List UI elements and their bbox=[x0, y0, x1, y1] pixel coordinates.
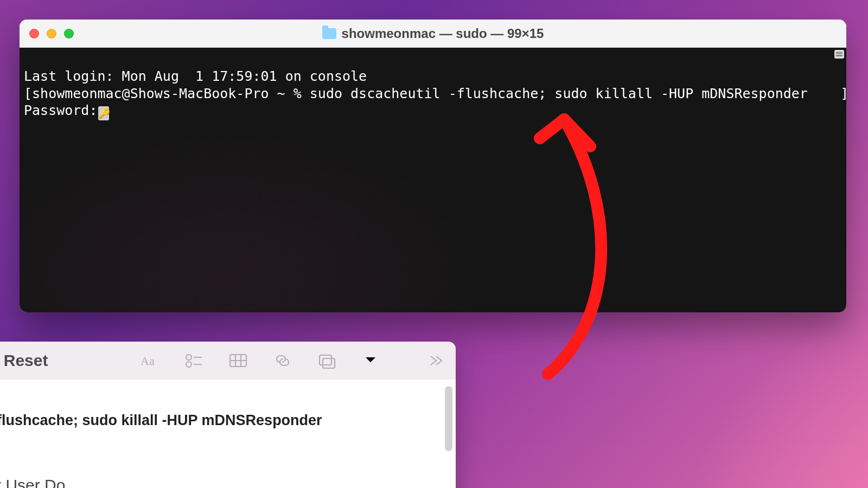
terminal-line-command: [showmeonmac@Shows-MacBook-Pro ~ % sudo … bbox=[24, 85, 843, 102]
terminal-scrollbar-thumb[interactable] bbox=[834, 50, 844, 59]
note-partial-line: Super User Do bbox=[0, 476, 449, 488]
folder-icon bbox=[322, 28, 336, 39]
password-label: Password: bbox=[24, 102, 97, 118]
window-title-text: showmeonmac — sudo — 99×15 bbox=[342, 26, 544, 41]
link-icon[interactable] bbox=[273, 352, 292, 369]
notes-window: ache Reset Aa eutil -flushcache; sudo ki… bbox=[0, 342, 456, 488]
checklist-icon[interactable] bbox=[184, 352, 203, 369]
note-command-text: eutil -flushcache; sudo killall -HUP mDN… bbox=[0, 412, 449, 429]
svg-rect-10 bbox=[323, 358, 335, 368]
notes-toolbar: ache Reset Aa bbox=[0, 342, 456, 380]
font-style-icon[interactable]: Aa bbox=[140, 352, 158, 369]
svg-text:Aa: Aa bbox=[141, 354, 155, 368]
terminal-window: showmeonmac — sudo — 99×15 Last login: M… bbox=[20, 20, 846, 312]
window-title: showmeonmac — sudo — 99×15 bbox=[20, 26, 846, 41]
svg-rect-9 bbox=[320, 355, 331, 365]
terminal-body[interactable]: Last login: Mon Aug 1 17:59:01 on consol… bbox=[20, 48, 846, 312]
svg-point-1 bbox=[186, 355, 192, 360]
media-icon[interactable] bbox=[318, 352, 336, 369]
svg-point-3 bbox=[186, 362, 192, 367]
note-title: ache Reset bbox=[0, 351, 48, 370]
minimize-button[interactable] bbox=[47, 29, 56, 38]
notes-scrollbar-thumb[interactable] bbox=[445, 386, 452, 451]
more-icon[interactable] bbox=[426, 352, 445, 369]
note-content[interactable]: eutil -flushcache; sudo killall -HUP mDN… bbox=[0, 380, 456, 488]
window-titlebar[interactable]: showmeonmac — sudo — 99×15 bbox=[20, 20, 846, 48]
close-button[interactable] bbox=[29, 29, 39, 38]
traffic-lights bbox=[29, 29, 74, 38]
terminal-line-password: Password:🔑 bbox=[24, 102, 843, 120]
terminal-line-last-login: Last login: Mon Aug 1 17:59:01 on consol… bbox=[24, 68, 843, 85]
key-icon: 🔑 bbox=[98, 106, 109, 120]
table-icon[interactable] bbox=[229, 352, 247, 369]
maximize-button[interactable] bbox=[64, 29, 74, 38]
chevron-down-icon[interactable] bbox=[362, 351, 379, 370]
